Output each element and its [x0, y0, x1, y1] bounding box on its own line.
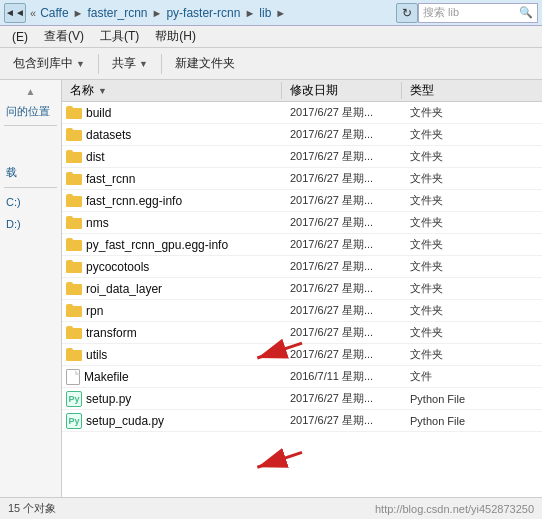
- table-row[interactable]: py_fast_rcnn_gpu.egg-info 2017/6/27 星期..…: [62, 234, 542, 256]
- file-cell-name: pycocotools: [62, 260, 282, 274]
- search-placeholder: 搜索 lib: [423, 5, 459, 20]
- table-row[interactable]: nms 2017/6/27 星期... 文件夹: [62, 212, 542, 234]
- folder-icon: [66, 150, 82, 163]
- sidebar-item-download[interactable]: 载: [0, 162, 61, 182]
- file-name: py_fast_rcnn_gpu.egg-info: [86, 238, 228, 252]
- table-row[interactable]: Py setup.py 2017/6/27 星期... Python File: [62, 388, 542, 410]
- col-header-type[interactable]: 类型: [402, 82, 542, 99]
- file-cell-name: roi_data_layer: [62, 282, 282, 296]
- file-cell-type: 文件夹: [402, 347, 542, 362]
- folder-icon: [66, 326, 82, 339]
- include-label: 包含到库中: [13, 55, 73, 72]
- sidebar-scroll-up[interactable]: ▲: [0, 84, 61, 99]
- share-label: 共享: [112, 55, 136, 72]
- file-cell-date: 2017/6/27 星期...: [282, 413, 402, 428]
- file-cell-date: 2017/6/27 星期...: [282, 259, 402, 274]
- file-cell-date: 2017/6/27 星期...: [282, 347, 402, 362]
- include-library-button[interactable]: 包含到库中 ▼: [4, 51, 94, 76]
- table-row[interactable]: fast_rcnn 2017/6/27 星期... 文件夹: [62, 168, 542, 190]
- file-cell-name: Makefile: [62, 369, 282, 385]
- folder-icon: [66, 106, 82, 119]
- folder-icon: [66, 282, 82, 295]
- table-row[interactable]: rpn 2017/6/27 星期... 文件夹: [62, 300, 542, 322]
- breadcrumb-faster-rcnn[interactable]: faster_rcnn: [87, 6, 147, 20]
- file-name: utils: [86, 348, 107, 362]
- file-cell-date: 2017/6/27 星期...: [282, 215, 402, 230]
- file-name: rpn: [86, 304, 103, 318]
- file-cell-date: 2017/6/27 星期...: [282, 193, 402, 208]
- file-name: build: [86, 106, 111, 120]
- folder-icon: [66, 304, 82, 317]
- table-row[interactable]: roi_data_layer 2017/6/27 星期... 文件夹: [62, 278, 542, 300]
- file-name: roi_data_layer: [86, 282, 162, 296]
- table-row[interactable]: transform 2017/6/27 星期... 文件夹: [62, 322, 542, 344]
- search-box[interactable]: 搜索 lib 🔍: [418, 3, 538, 23]
- file-cell-date: 2017/6/27 星期...: [282, 303, 402, 318]
- new-folder-button[interactable]: 新建文件夹: [166, 51, 244, 76]
- menu-tools[interactable]: 工具(T): [92, 26, 147, 47]
- breadcrumb-lib[interactable]: lib: [259, 6, 271, 20]
- menu-edit[interactable]: (E): [4, 28, 36, 46]
- file-cell-name: rpn: [62, 304, 282, 318]
- file-cell-type: Python File: [402, 415, 542, 427]
- file-cell-name: Py setup.py: [62, 391, 282, 407]
- breadcrumb-caffe[interactable]: Caffe: [40, 6, 68, 20]
- status-url: http://blog.csdn.net/yi452873250: [375, 503, 534, 515]
- table-row[interactable]: dist 2017/6/27 星期... 文件夹: [62, 146, 542, 168]
- file-name: setup_cuda.py: [86, 414, 164, 428]
- sidebar-divider-1: [4, 125, 57, 126]
- status-bar: 15 个对象 http://blog.csdn.net/yi452873250: [0, 497, 542, 519]
- sidebar-item-c[interactable]: C:): [0, 192, 61, 212]
- toolbar-separator-2: [161, 54, 162, 74]
- share-button[interactable]: 共享 ▼: [103, 51, 157, 76]
- col-header-date[interactable]: 修改日期: [282, 82, 402, 99]
- file-cell-name: fast_rcnn.egg-info: [62, 194, 282, 208]
- sidebar-spacer: [0, 130, 61, 160]
- file-name: nms: [86, 216, 109, 230]
- file-cell-type: 文件夹: [402, 325, 542, 340]
- file-cell-name: build: [62, 106, 282, 120]
- file-cell-name: nms: [62, 216, 282, 230]
- file-cell-type: 文件夹: [402, 193, 542, 208]
- menu-bar: (E) 查看(V) 工具(T) 帮助(H): [0, 26, 542, 48]
- file-cell-type: 文件夹: [402, 259, 542, 274]
- file-name: setup.py: [86, 392, 131, 406]
- table-row[interactable]: utils 2017/6/27 星期... 文件夹: [62, 344, 542, 366]
- table-row[interactable]: fast_rcnn.egg-info 2017/6/27 星期... 文件夹: [62, 190, 542, 212]
- table-row[interactable]: Py setup_cuda.py 2017/6/27 星期... Python …: [62, 410, 542, 432]
- breadcrumb-container: ◄◄ « Caffe ► faster_rcnn ► py-faster-rcn…: [4, 3, 392, 23]
- file-cell-type: 文件夹: [402, 215, 542, 230]
- sidebar-item-location[interactable]: 问的位置: [0, 101, 61, 121]
- breadcrumb-py-faster-rcnn[interactable]: py-faster-rcnn: [166, 6, 240, 20]
- file-cell-name: py_fast_rcnn_gpu.egg-info: [62, 238, 282, 252]
- file-cell-type: 文件夹: [402, 149, 542, 164]
- sidebar-item-d[interactable]: D:): [0, 214, 61, 234]
- file-cell-date: 2017/6/27 星期...: [282, 281, 402, 296]
- table-row[interactable]: datasets 2017/6/27 星期... 文件夹: [62, 124, 542, 146]
- include-arrow: ▼: [76, 59, 85, 69]
- folder-icon: [66, 238, 82, 251]
- file-cell-name: utils: [62, 348, 282, 362]
- menu-view[interactable]: 查看(V): [36, 26, 92, 47]
- col-header-name[interactable]: 名称 ▼: [62, 82, 282, 99]
- back-button[interactable]: ◄◄: [4, 3, 26, 23]
- sidebar: ▲ 问的位置 载 C:) D:): [0, 80, 62, 497]
- toolbar-separator-1: [98, 54, 99, 74]
- folder-icon: [66, 348, 82, 361]
- file-area: 名称 ▼ 修改日期 类型 build 2017/6/27 星期... 文件夹 d…: [62, 80, 542, 497]
- file-cell-date: 2017/6/27 星期...: [282, 171, 402, 186]
- file-cell-date: 2017/6/27 星期...: [282, 105, 402, 120]
- table-row[interactable]: Makefile 2016/7/11 星期... 文件: [62, 366, 542, 388]
- menu-help[interactable]: 帮助(H): [147, 26, 204, 47]
- file-cell-type: 文件夹: [402, 237, 542, 252]
- folder-icon: [66, 128, 82, 141]
- share-arrow: ▼: [139, 59, 148, 69]
- table-row[interactable]: pycocotools 2017/6/27 星期... 文件夹: [62, 256, 542, 278]
- file-cell-type: 文件夹: [402, 303, 542, 318]
- sort-arrow-name: ▼: [98, 86, 107, 96]
- file-icon: [66, 369, 80, 385]
- file-cell-type: Python File: [402, 393, 542, 405]
- refresh-button[interactable]: ↻: [396, 3, 418, 23]
- table-row[interactable]: build 2017/6/27 星期... 文件夹: [62, 102, 542, 124]
- file-cell-date: 2017/6/27 星期...: [282, 237, 402, 252]
